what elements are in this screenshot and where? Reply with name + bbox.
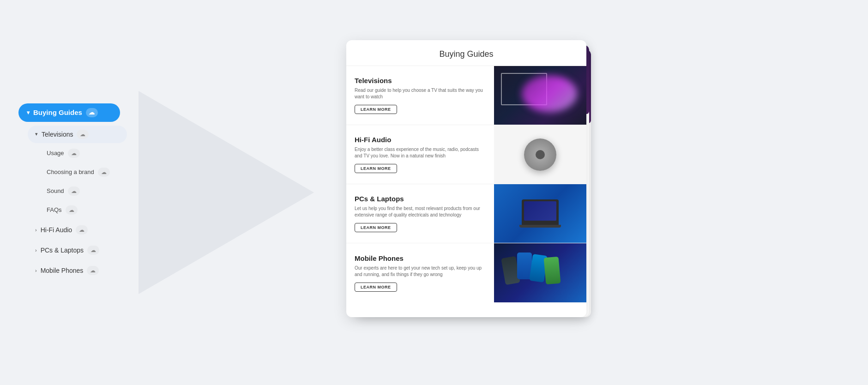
chevron-right-icon-mobile: › — [35, 268, 37, 273]
sidebar-sub-item-usage-label: Usage — [47, 150, 64, 156]
tv-image — [494, 66, 586, 125]
cloud-icon-usage: ☁ — [68, 149, 80, 158]
cloud-icon-blue: ☁ — [86, 108, 98, 117]
cloud-icon-choosing-brand: ☁ — [98, 168, 110, 177]
card-title: Buying Guides — [439, 49, 493, 59]
guide-image-hifi — [494, 125, 586, 184]
laptop-base — [519, 225, 561, 228]
cloud-icon-mobile: ☁ — [87, 266, 99, 275]
card-stack: uying Guide ude to help you V that suits… — [346, 40, 697, 345]
sidebar-sub-item-choosing-brand-label: Choosing a brand — [47, 168, 94, 175]
guide-item-content-tv: Televisions Read our guide to help you c… — [346, 66, 494, 125]
sidebar-category-label-pcs: PCs & Laptops — [41, 247, 84, 254]
tv-screen — [501, 73, 547, 105]
chevron-down-icon: ▾ — [35, 131, 38, 137]
guide-title-mobile: Mobile Phones — [355, 254, 486, 262]
mobile-image — [494, 243, 586, 302]
guide-desc-tv: Read our guide to help you choose a TV t… — [355, 87, 486, 100]
sidebar-category-pcs: › PCs & Laptops ☁ — [28, 241, 166, 259]
guide-item-televisions: Televisions Read our guide to help you c… — [346, 66, 586, 125]
cloud-icon-pcs: ☁ — [87, 246, 99, 255]
learn-more-tv[interactable]: LEARN MORE — [355, 105, 397, 114]
chevron-down-icon: ▾ — [27, 109, 30, 116]
pcs-image — [494, 184, 586, 243]
sidebar-sub-items-televisions: Usage ☁ Choosing a brand ☁ Sound ☁ FAQs … — [28, 145, 166, 218]
guide-item-pcs: PCs & Laptops Let us help you find the b… — [346, 184, 586, 243]
sidebar-buying-guides[interactable]: ▾ Buying Guides ☁ — [18, 103, 120, 122]
sidebar-sub-item-faqs-label: FAQs — [47, 206, 62, 213]
preview-area: uying Guide ude to help you V that suits… — [166, 9, 850, 376]
card-main-header: Buying Guides — [346, 40, 586, 66]
sidebar-sub-item-sound-label: Sound — [47, 187, 64, 194]
guide-title-pcs: PCs & Laptops — [355, 195, 486, 203]
guide-item-content-mobile: Mobile Phones Our experts are here to ge… — [346, 243, 494, 302]
phone-4 — [544, 257, 561, 285]
sidebar-category-hifi: › Hi-Fi Audio ☁ — [28, 221, 166, 239]
sidebar-category-mobile: › Mobile Phones ☁ — [28, 262, 166, 279]
sidebar-buying-guides-label: Buying Guides — [33, 108, 82, 116]
guide-item-mobile: Mobile Phones Our experts are here to ge… — [346, 243, 586, 302]
guide-desc-mobile: Our experts are here to get your new tec… — [355, 265, 486, 278]
sidebar-category-televisions: ▾ Televisions ☁ Usage ☁ Choosing a brand… — [28, 126, 166, 218]
guide-item-content-hifi: Hi-Fi Audio Enjoy a better class experie… — [346, 125, 494, 184]
cloud-icon-hifi: ☁ — [76, 225, 88, 235]
hifi-image — [494, 125, 586, 184]
cloud-icon-sound: ☁ — [68, 186, 80, 196]
guide-title-tv: Televisions — [355, 77, 486, 84]
learn-more-mobile[interactable]: LEARN MORE — [355, 283, 397, 292]
guide-desc-pcs: Let us help you find the best, most rele… — [355, 205, 486, 218]
guide-image-tv — [494, 66, 586, 125]
learn-more-hifi[interactable]: LEARN MORE — [355, 164, 397, 173]
sidebar-sub-item-choosing-brand[interactable]: Choosing a brand ☁ — [39, 164, 127, 180]
sidebar-category-header-hifi[interactable]: › Hi-Fi Audio ☁ — [28, 221, 127, 239]
guide-image-mobile — [494, 243, 586, 302]
laptop-shape — [522, 199, 559, 225]
sidebar-sub-item-usage[interactable]: Usage ☁ — [39, 145, 127, 162]
card-main: Buying Guides Televisions Read our guide… — [346, 40, 586, 317]
sidebar-category-header-mobile[interactable]: › Mobile Phones ☁ — [28, 262, 127, 279]
cloud-icon-televisions: ☁ — [77, 130, 89, 139]
sidebar-sub-item-sound[interactable]: Sound ☁ — [39, 183, 127, 199]
guide-title-hifi: Hi-Fi Audio — [355, 136, 486, 144]
sidebar-tree: ▾ Televisions ☁ Usage ☁ Choosing a brand… — [18, 126, 166, 279]
chevron-right-icon-pcs: › — [35, 247, 37, 253]
chevron-right-icon: › — [35, 227, 37, 233]
sidebar-category-label-mobile: Mobile Phones — [41, 267, 84, 274]
guide-image-pcs — [494, 184, 586, 243]
guide-item-hifi: Hi-Fi Audio Enjoy a better class experie… — [346, 125, 586, 184]
sidebar-category-header-televisions[interactable]: ▾ Televisions ☁ — [28, 126, 127, 143]
laptop-container — [519, 199, 561, 228]
learn-more-pcs[interactable]: LEARN MORE — [355, 223, 397, 232]
cloud-icon-faqs: ☁ — [66, 205, 78, 215]
sidebar-category-label-hifi: Hi-Fi Audio — [41, 226, 72, 234]
guide-desc-hifi: Enjoy a better class experience of the m… — [355, 146, 486, 159]
sidebar: ▾ Buying Guides ☁ ▾ Televisions ☁ Usage … — [18, 103, 166, 282]
laptop-screen — [524, 201, 556, 221]
speaker-shape — [524, 138, 556, 171]
guide-item-content-pcs: PCs & Laptops Let us help you find the b… — [346, 184, 494, 243]
sidebar-category-label-televisions: Televisions — [42, 131, 73, 138]
sidebar-sub-item-faqs[interactable]: FAQs ☁ — [39, 202, 127, 218]
sidebar-category-header-pcs[interactable]: › PCs & Laptops ☁ — [28, 241, 127, 259]
